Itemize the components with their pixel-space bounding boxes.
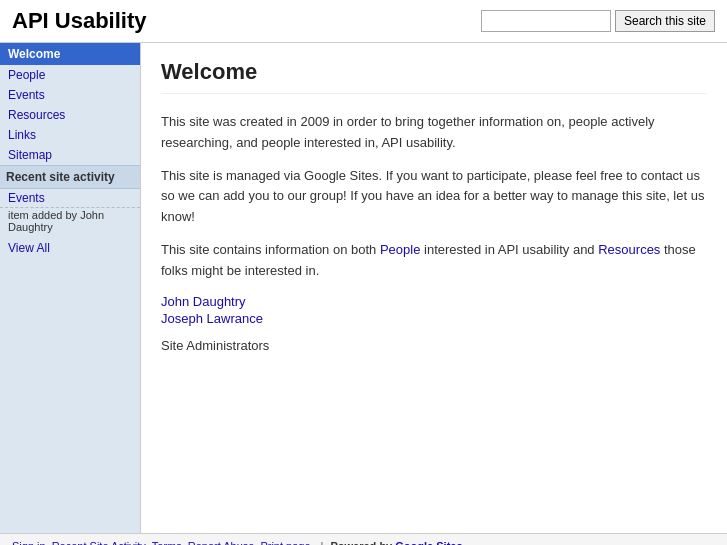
recent-event-desc: item added by John Daughtry bbox=[0, 208, 140, 237]
site-admin-label: Site Administrators bbox=[161, 338, 707, 353]
info-paragraph: This site contains information on both P… bbox=[161, 240, 707, 282]
view-all-link[interactable]: View All bbox=[0, 237, 140, 259]
sidebar-item-resources[interactable]: Resources bbox=[0, 105, 140, 125]
para3-prefix: This site contains information on both bbox=[161, 242, 380, 257]
resources-link[interactable]: Resources bbox=[598, 242, 660, 257]
footer: Sign in Recent Site Activity Terms Repor… bbox=[0, 533, 727, 545]
sidebar-item-welcome[interactable]: Welcome bbox=[0, 43, 140, 65]
sidebar-item-events[interactable]: Events bbox=[0, 85, 140, 105]
sidebar-item-people[interactable]: People bbox=[0, 65, 140, 85]
admin-link-joseph[interactable]: Joseph Lawrance bbox=[161, 311, 707, 326]
footer-google-sites[interactable]: Google Sites bbox=[395, 540, 462, 545]
sidebar-item-links[interactable]: Links bbox=[0, 125, 140, 145]
footer-print-page[interactable]: Print page bbox=[260, 540, 310, 545]
layout: Welcome People Events Resources Links Si… bbox=[0, 43, 727, 533]
main-content: Welcome This site was created in 2009 in… bbox=[140, 43, 727, 533]
recent-site-activity-header: Recent site activity bbox=[0, 165, 140, 189]
people-link[interactable]: People bbox=[380, 242, 420, 257]
admin-link-john[interactable]: John Daughtry bbox=[161, 294, 707, 309]
sidebar-item-sitemap[interactable]: Sitemap bbox=[0, 145, 140, 165]
page-heading: Welcome bbox=[161, 59, 707, 94]
site-title: API Usability bbox=[12, 8, 146, 34]
recent-event-link[interactable]: Events bbox=[0, 189, 140, 208]
footer-report-abuse[interactable]: Report Abuse bbox=[188, 540, 255, 545]
header: API Usability Search this site bbox=[0, 0, 727, 43]
footer-powered-by: Powered by bbox=[327, 540, 395, 545]
footer-sign-in[interactable]: Sign in bbox=[12, 540, 46, 545]
footer-terms[interactable]: Terms bbox=[152, 540, 182, 545]
intro-paragraph: This site was created in 2009 in order t… bbox=[161, 112, 707, 154]
sidebar: Welcome People Events Resources Links Si… bbox=[0, 43, 140, 533]
admin-links-block: John Daughtry Joseph Lawrance bbox=[161, 294, 707, 326]
footer-recent-activity[interactable]: Recent Site Activity bbox=[52, 540, 146, 545]
search-input[interactable] bbox=[481, 10, 611, 32]
para3-middle: interested in API usability and bbox=[420, 242, 598, 257]
google-sites-paragraph: This site is managed via Google Sites. I… bbox=[161, 166, 707, 228]
search-button[interactable]: Search this site bbox=[615, 10, 715, 32]
search-area: Search this site bbox=[481, 10, 715, 32]
footer-separator: | bbox=[321, 540, 324, 545]
